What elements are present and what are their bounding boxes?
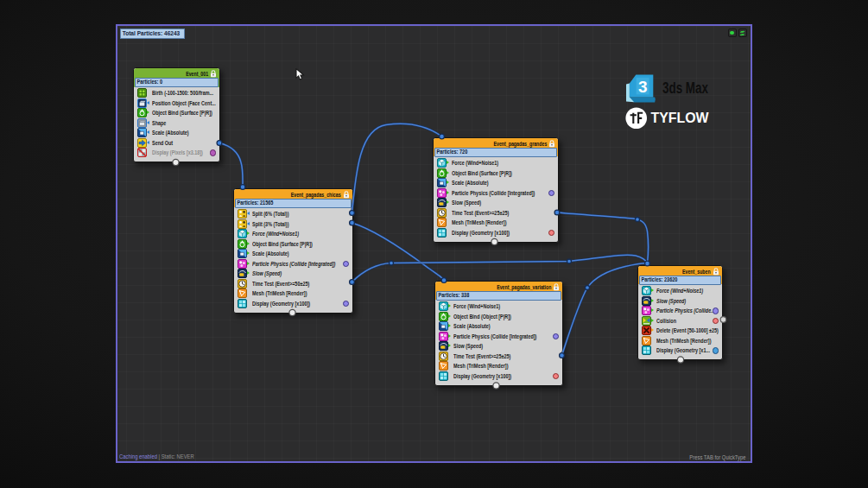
svg-text:3: 3: [638, 78, 648, 96]
svg-text:3ds Max: 3ds Max: [662, 79, 708, 97]
svg-text:TYFLOW: TYFLOW: [651, 110, 709, 125]
